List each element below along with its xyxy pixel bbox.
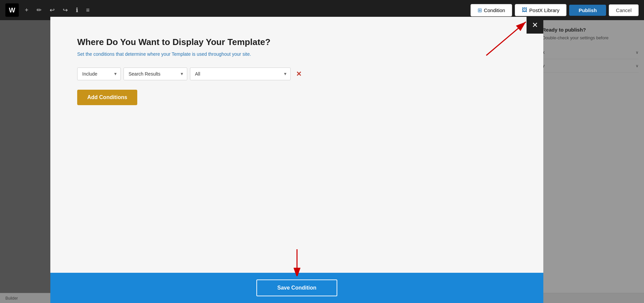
save-condition-button[interactable]: Save Condition xyxy=(256,279,337,296)
modal-heading: Where Do You Want to Display Your Templa… xyxy=(77,37,516,47)
cancel-button[interactable]: Cancel xyxy=(609,4,639,16)
type-select[interactable]: Search Results Front Page Blog Page Arch… xyxy=(123,68,187,80)
edit-button[interactable]: ✏ xyxy=(35,4,44,16)
modal-close-button[interactable]: ✕ xyxy=(527,17,543,34)
add-button[interactable]: + xyxy=(23,5,31,16)
scope-select[interactable]: All Specific xyxy=(190,68,291,80)
toolbar-right: ⊞ Condition 🖼 PostX Library Publish Canc… xyxy=(470,4,639,16)
modal-subtext-link: Template xyxy=(171,51,191,57)
condition-button[interactable]: ⊞ Condition xyxy=(470,4,512,16)
condition-label: Condition xyxy=(484,7,505,13)
menu-button[interactable]: ≡ xyxy=(84,5,92,16)
info-button[interactable]: ℹ xyxy=(74,4,80,16)
modal-subtext-before: Set the conditions that determine where … xyxy=(77,51,171,57)
scope-select-wrapper: All Specific ▼ xyxy=(190,68,291,80)
include-select[interactable]: Include Exclude xyxy=(77,68,121,80)
modal-subtext-after: is used throughout your site. xyxy=(191,51,251,57)
redo-button[interactable]: ↪ xyxy=(61,4,70,16)
condition-icon: ⊞ xyxy=(478,7,482,13)
condition-row: Include Exclude ▼ Search Results Front P… xyxy=(77,68,516,80)
condition-modal: ✕ Where Do You Want to Display Your Temp… xyxy=(50,17,543,303)
type-select-wrapper: Search Results Front Page Blog Page Arch… xyxy=(123,68,187,80)
postx-library-button[interactable]: 🖼 PostX Library xyxy=(515,4,566,16)
postx-icon: 🖼 xyxy=(522,7,527,13)
include-select-wrapper: Include Exclude ▼ xyxy=(77,68,121,80)
undo-button[interactable]: ↩ xyxy=(48,4,57,16)
modal-footer: Save Condition xyxy=(50,273,543,303)
wp-logo-icon: W xyxy=(5,3,19,17)
modal-body: Where Do You Want to Display Your Templa… xyxy=(50,17,543,273)
add-conditions-button[interactable]: Add Conditions xyxy=(77,90,137,105)
modal-subtext: Set the conditions that determine where … xyxy=(77,51,516,57)
postx-label: PostX Library xyxy=(529,7,559,13)
delete-condition-button[interactable]: ✕ xyxy=(293,69,304,79)
publish-button[interactable]: Publish xyxy=(569,5,606,16)
